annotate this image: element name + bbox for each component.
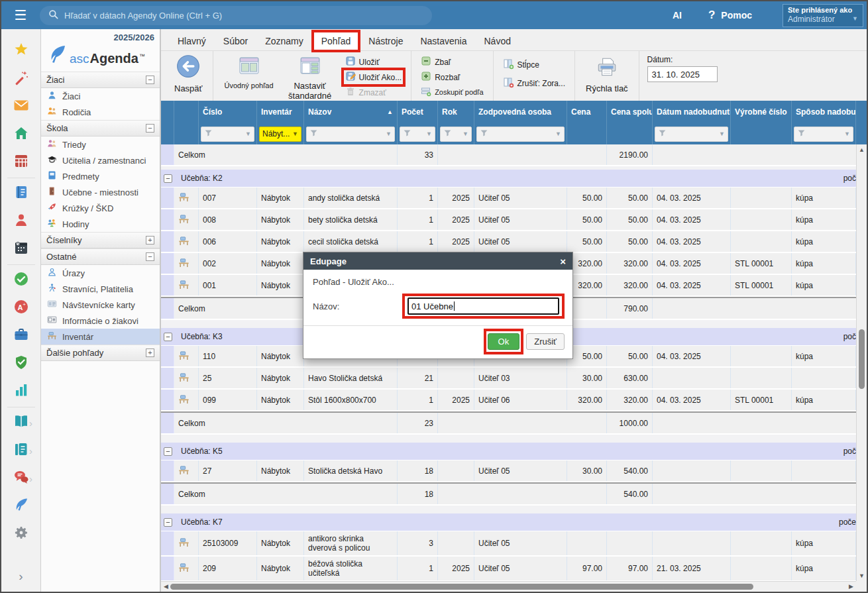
horizontal-scroll-thumb[interactable]	[170, 584, 753, 590]
table-row[interactable]: 27NábytokStolička detská Havo18Učiteľ 05…	[161, 460, 856, 482]
ai-button[interactable]: AI	[673, 10, 682, 21]
rail-item-documents[interactable]: ›	[1, 437, 40, 464]
close-icon[interactable]: ×	[560, 256, 566, 267]
filter-cislo[interactable]: ▼	[201, 127, 254, 142]
column-header-inventar[interactable]: Inventár	[257, 101, 304, 123]
filter-rok[interactable]: ▼	[440, 127, 472, 142]
search-input[interactable]: Hľadať v dátach Agendy Online (Ctrl + G)	[40, 6, 432, 25]
school-year[interactable]: 2025/2026	[41, 29, 160, 42]
menu-Pohľad[interactable]: Pohľad	[313, 31, 359, 50]
column-header-datum[interactable]: Dátum nadobudnutia	[653, 101, 731, 123]
delete-button[interactable]: Zmazať	[345, 86, 402, 99]
filter-datum[interactable]: ▼	[655, 127, 728, 142]
menu-Návod[interactable]: Návod	[477, 32, 518, 50]
rail-item-briefcase[interactable]	[1, 322, 40, 350]
sidebar-item-Žiaci[interactable]: Žiaci	[41, 88, 160, 104]
save-as-button[interactable]: Uložiť Ako...	[345, 71, 402, 83]
cancel-button[interactable]: Zrušiť	[526, 333, 565, 350]
sidebar-section-Ďalšie pohľady[interactable]: Ďalšie pohľady+	[41, 345, 160, 361]
set-default-button[interactable]: Nastaviť štandardné	[279, 54, 341, 97]
sidebar-item-Stravníci, Platitelia[interactable]: Stravníci, Platitelia	[41, 281, 160, 297]
collapse-box-icon[interactable]: −	[146, 76, 154, 84]
sidebar-item-Hodiny[interactable]: Hodiny	[41, 216, 160, 232]
table-row[interactable]: 008Nábytokbety stolička detská12025Učite…	[161, 209, 856, 231]
column-header-osoba[interactable]: Zodpovedná osoba	[474, 101, 567, 123]
sidebar-item-Informácie o žiakovi[interactable]: Informácie o žiakovi	[41, 313, 160, 329]
filter-osoba[interactable]: ▼	[476, 127, 565, 142]
save-button[interactable]: Uložiť	[345, 56, 402, 68]
column-header-vyrobne[interactable]: Výrobné číslo	[731, 101, 792, 123]
group-collapse-icon[interactable]: −	[164, 333, 172, 341]
filter-nazov[interactable]: ▼	[306, 127, 395, 142]
sidebar-item-Rodičia[interactable]: Rodičia	[41, 104, 160, 120]
expand-box-icon[interactable]: +	[146, 236, 154, 244]
sidebar-section-Ostatné[interactable]: Ostatné−	[41, 248, 160, 265]
group-collapse-icon[interactable]: −	[164, 518, 172, 527]
expand-box-icon[interactable]: +	[146, 349, 154, 357]
menu-Zoznamy[interactable]: Zoznamy	[258, 32, 311, 50]
sidebar-section-Žiaci[interactable]: Žiaci−	[41, 72, 160, 88]
sidebar-section-Číselníky[interactable]: Číselníky+	[41, 232, 160, 248]
table-row[interactable]: 25103009Nábytokantikoro skrinka dverová …	[161, 531, 856, 557]
cancel-sort-button[interactable]: Zrušiť: Zora...	[503, 77, 566, 90]
column-header-cena[interactable]: Cena	[567, 101, 607, 123]
help-button[interactable]: ? Pomoc	[708, 9, 752, 22]
rail-item-bar-chart[interactable]	[1, 378, 40, 405]
menu-Súbor[interactable]: Súbor	[216, 32, 255, 50]
table-row[interactable]: 209Nábytokbéžová stolička učiteľská12025…	[161, 557, 856, 581]
rail-item-asc-pencil[interactable]	[1, 492, 40, 520]
sidebar-item-Triedy[interactable]: Triedy	[41, 136, 160, 152]
quick-print-button[interactable]: Rýchla tlač	[580, 54, 633, 97]
collapse-box-icon[interactable]: −	[146, 124, 154, 133]
user-dropdown[interactable]: Ste prihlásený ako Administrátor ▼	[783, 4, 863, 27]
vertical-scrollbar[interactable]: ▲ ▼	[856, 144, 867, 581]
rail-item-person[interactable]	[1, 207, 40, 235]
rail-item-check-circle[interactable]	[1, 266, 40, 294]
table-row[interactable]: 099NábytokStôl 1600x800x70012025Učiteľ 0…	[161, 390, 856, 411]
column-header-icon[interactable]	[174, 101, 199, 123]
sidebar-section-Škola[interactable]: Škola−	[41, 120, 160, 136]
collapse-box-icon[interactable]: −	[146, 252, 154, 261]
vertical-scroll-thumb[interactable]	[859, 329, 865, 389]
expand-button[interactable]: Rozbaľ	[421, 71, 483, 83]
rail-item-home[interactable]	[1, 121, 40, 148]
group-collapse-icon[interactable]: −	[164, 447, 172, 456]
scroll-down-icon[interactable]: ▼	[857, 572, 867, 579]
column-header-cena_spolu[interactable]: Cena spolu	[607, 101, 653, 123]
rail-item-calendar-clock[interactable]	[1, 235, 40, 263]
rail-item-notebook[interactable]	[1, 180, 40, 207]
sidebar-item-Učitelia / zamestnanci[interactable]: Učitelia / zamestnanci	[41, 152, 160, 168]
table-row[interactable]: 007Nábytokandy stolička detská12025Učite…	[161, 188, 856, 209]
rail-item-mail-envelope[interactable]	[1, 93, 40, 121]
name-input[interactable]: 01 Učebne	[407, 297, 559, 315]
rail-item-settings-gear[interactable]	[1, 520, 40, 548]
filter-pocet[interactable]: ▼	[400, 127, 435, 142]
filter-sposob[interactable]: ▼	[794, 127, 853, 142]
sidebar-item-Návštevnícke karty[interactable]: Návštevnícke karty	[41, 297, 160, 313]
sidebar-item-Úrazy[interactable]: Úrazy	[41, 265, 160, 281]
filter-inventar[interactable]: Nábyt...▼	[259, 127, 301, 142]
dialog-titlebar[interactable]: Edupage ×	[303, 252, 572, 270]
column-header-cislo[interactable]: Číslo	[199, 101, 257, 123]
rail-item-chat-bubbles[interactable]: ›	[1, 464, 40, 492]
column-header-expander[interactable]	[161, 101, 174, 123]
column-header-pocet[interactable]: Počet	[398, 101, 438, 123]
menu-Nástroje[interactable]: Nástroje	[361, 32, 410, 50]
hamburger-menu-icon[interactable]: ☰	[1, 7, 40, 23]
table-row[interactable]: 006Nábytokcecil stolička detská12025Učit…	[161, 231, 856, 253]
column-header-sposob[interactable]: Spôsob nadobudnutia	[792, 101, 856, 123]
sidebar-item-Predmety[interactable]: Predmety	[41, 168, 160, 184]
scroll-right-icon[interactable]: ▶	[849, 583, 853, 590]
column-header-nazov[interactable]: Názov▲	[304, 101, 398, 123]
sidebar-item-Krúžky / ŠKD[interactable]: Krúžky / ŠKD	[41, 200, 160, 216]
rail-item-magic-wand[interactable]	[1, 65, 40, 93]
rail-item-favorites-star[interactable]	[1, 37, 40, 65]
initial-view-button[interactable]: Úvodný pohľad	[219, 54, 278, 97]
menu-Hlavný[interactable]: Hlavný	[170, 32, 213, 50]
group-by-button[interactable]: Zoskupiť podľa	[421, 86, 483, 98]
scroll-up-icon[interactable]: ▲	[857, 146, 867, 153]
group-collapse-icon[interactable]: −	[164, 174, 172, 183]
ok-button[interactable]: Ok	[488, 333, 520, 350]
menu-Nastavenia[interactable]: Nastavenia	[413, 32, 474, 50]
date-input[interactable]: 31. 10. 2025	[647, 66, 718, 82]
